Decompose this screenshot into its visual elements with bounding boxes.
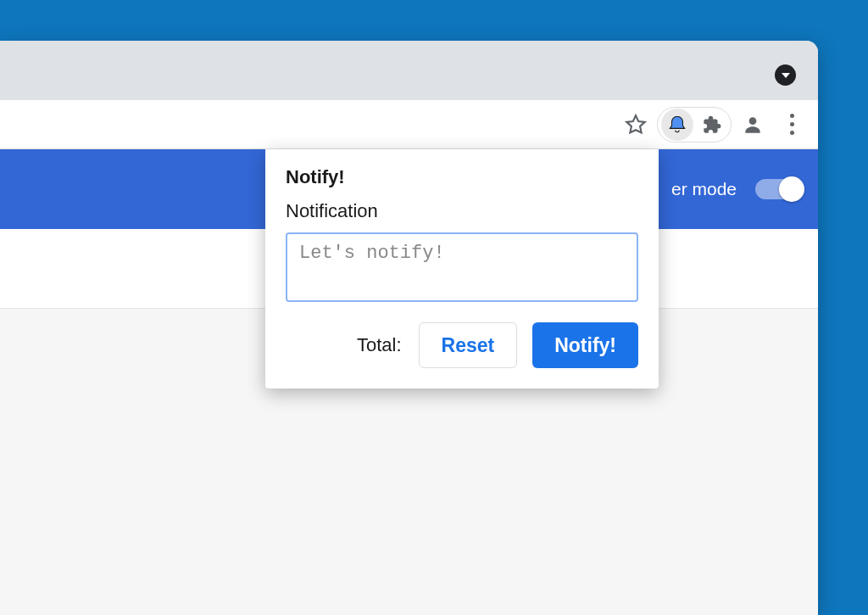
tab-strip bbox=[0, 41, 818, 100]
popup-footer: Total: Reset Notify! bbox=[286, 322, 638, 368]
toggle-knob bbox=[779, 176, 804, 202]
chevron-down-icon bbox=[781, 71, 791, 80]
page-content: er mode Notify! Notification Total: Rese… bbox=[0, 149, 818, 615]
notification-input[interactable] bbox=[286, 232, 638, 302]
bookmark-star-button[interactable] bbox=[618, 107, 654, 143]
window-dropdown-button[interactable] bbox=[775, 64, 796, 86]
notification-label: Notification bbox=[286, 200, 638, 222]
extension-pill bbox=[657, 107, 732, 143]
popup-title: Notify! bbox=[286, 166, 638, 188]
notify-button[interactable]: Notify! bbox=[532, 322, 638, 368]
profile-button[interactable] bbox=[735, 107, 771, 143]
developer-mode-toggle[interactable] bbox=[755, 179, 803, 199]
bell-icon bbox=[666, 114, 688, 136]
puzzle-icon bbox=[700, 114, 722, 136]
developer-mode-label: er mode bbox=[671, 179, 737, 199]
svg-point-0 bbox=[749, 117, 757, 125]
browser-toolbar bbox=[0, 100, 818, 149]
person-icon bbox=[742, 114, 764, 136]
star-icon bbox=[625, 114, 647, 136]
extension-popup: Notify! Notification Total: Reset Notify… bbox=[265, 149, 659, 389]
browser-menu-button[interactable] bbox=[774, 107, 810, 143]
browser-window: er mode Notify! Notification Total: Rese… bbox=[0, 41, 818, 615]
notify-extension-button[interactable] bbox=[661, 109, 693, 141]
extensions-button[interactable] bbox=[695, 109, 727, 141]
total-label: Total: bbox=[357, 334, 402, 356]
reset-button[interactable]: Reset bbox=[419, 322, 518, 368]
